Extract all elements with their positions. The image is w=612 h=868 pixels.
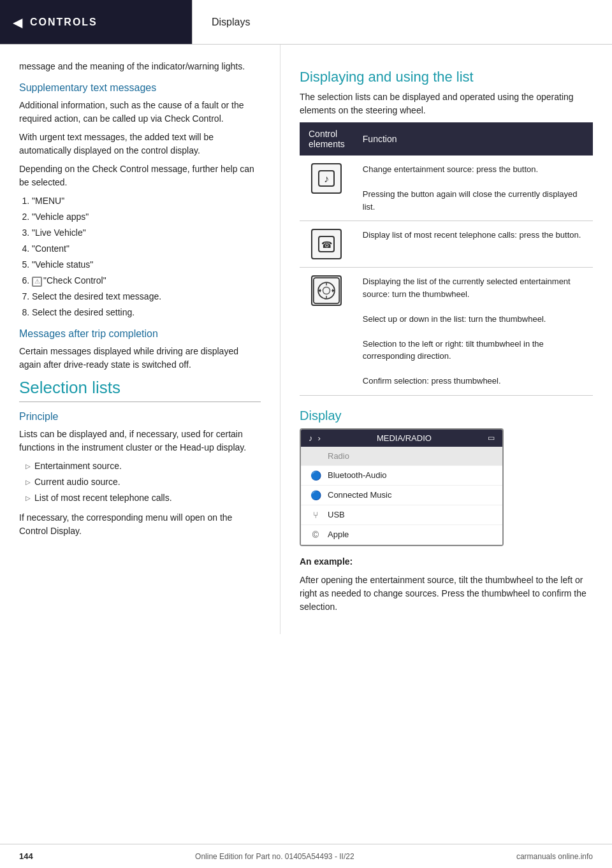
right-column: Displaying and using the list The select… [280, 45, 612, 634]
step-7: Select the desired text message. [32, 290, 261, 303]
supplementary-heading: Supplementary text messages [19, 82, 261, 94]
edition-text: Online Edition for Part no. 01405A54493 … [195, 852, 354, 861]
phone-button-icon: ☎ [311, 229, 342, 259]
music-note-icon: ♪ [309, 433, 313, 443]
bluetooth-audio-label: Bluetooth-Audio [328, 470, 387, 480]
site-url: carmanuals online.info [516, 852, 593, 861]
left-column: message and the meaning of the indicator… [0, 45, 280, 634]
display-row-connected: 🔵 Connected Music [301, 486, 502, 505]
icon-cell-phone: ☎ [300, 221, 354, 268]
header-subtitle: Displays [212, 17, 250, 28]
main-content: message and the meaning of the indicator… [0, 45, 612, 666]
selection-lists-heading: Selection lists [19, 378, 261, 398]
connected-music-label: Connected Music [328, 490, 391, 500]
function-wheel: Displaying the list of the currently sel… [354, 268, 593, 396]
step-3: "Live Vehicle" [32, 226, 261, 240]
warning-icon: ⚠ [32, 277, 42, 287]
bullet-2: Current audio source. [26, 475, 261, 489]
table-row: ☎ Display list of most recent telephone … [300, 221, 593, 268]
header-right: Displays [192, 0, 612, 44]
music-button-icon: ♪ [311, 163, 342, 194]
header-left: ◀ CONTROLS [0, 0, 192, 44]
example-label: An example: [300, 555, 593, 568]
table-body: ♪ Change entertainment source: press the… [300, 156, 593, 395]
function-phone: Display list of most recent telephone ca… [354, 221, 593, 268]
page-header: ◀ CONTROLS Displays [0, 0, 612, 45]
svg-text:♪: ♪ [324, 173, 329, 184]
section-divider [19, 401, 261, 402]
display-row-bluetooth: 🔵 Bluetooth-Audio [301, 466, 502, 486]
apple-label: Apple [328, 530, 349, 539]
display-header-icons: ♪ › [309, 433, 321, 443]
step-8: Select the desired setting. [32, 306, 261, 319]
principle-heading: Principle [19, 411, 261, 423]
displaying-intro: The selection lists can be displayed and… [300, 90, 593, 117]
col-control-elements: Control elements [300, 122, 354, 156]
display-row-apple: © Apple [301, 525, 502, 545]
selection-footer-para: If necessary, the corresponding menu wil… [19, 511, 261, 538]
col-function: Function [354, 122, 593, 156]
screen-icon: ▭ [488, 433, 495, 442]
bullet-1: Entertainment source. [26, 459, 261, 473]
step-1: "MENU" [32, 194, 261, 208]
bullets-list: Entertainment source. Current audio sour… [26, 459, 261, 505]
display-section-heading: Display [300, 409, 593, 423]
principle-para: Lists can be displayed and, if necessary… [19, 428, 261, 454]
apple-icon: © [310, 530, 321, 540]
page-footer: 144 Online Edition for Part no. 01405A54… [0, 844, 612, 868]
step-4: "Content" [32, 242, 261, 256]
supp-para2: With urgent text messages, the added tex… [19, 131, 261, 157]
display-row-radio: Radio [301, 447, 502, 466]
step-2: "Vehicle apps" [32, 210, 261, 224]
function-music: Change entertainment source: press the b… [354, 156, 593, 221]
svg-text:☎: ☎ [321, 240, 332, 250]
display-header: ♪ › MEDIA/RADIO ▭ [301, 430, 502, 447]
icon-cell-wheel [300, 268, 354, 396]
table-row: Displaying the list of the currently sel… [300, 268, 593, 396]
display-mockup: ♪ › MEDIA/RADIO ▭ Radio 🔵 Bluetooth-Audi… [300, 428, 504, 546]
icon-cell-music: ♪ [300, 156, 354, 221]
messages-after-trip-heading: Messages after trip completion [19, 328, 261, 340]
usb-label: USB [328, 510, 345, 519]
control-table: Control elements Function ♪ [300, 122, 593, 396]
media-radio-label: MEDIA/RADIO [377, 433, 432, 443]
bullet-3: List of most recent telephone calls. [26, 491, 261, 505]
intro-text: message and the meaning of the indicator… [19, 60, 261, 73]
thumbwheel-icon [311, 275, 342, 306]
display-row-usb: ⑂ USB [301, 505, 502, 525]
step-6: ⚠"Check Control" [32, 274, 261, 287]
steps-list: "MENU" "Vehicle apps" "Live Vehicle" "Co… [32, 194, 261, 319]
chevron-right-icon: › [318, 433, 321, 443]
header-title: CONTROLS [30, 17, 98, 28]
radio-label: Radio [328, 451, 349, 461]
page-number: 144 [19, 851, 33, 861]
table-header-row: Control elements Function [300, 122, 593, 156]
bluetooth-icon: 🔵 [310, 470, 321, 481]
svg-rect-4 [314, 278, 339, 303]
example-text: After opening the entertainment source, … [300, 574, 593, 614]
displaying-heading: Displaying and using the list [300, 69, 593, 85]
back-icon[interactable]: ◀ [13, 15, 22, 30]
step-5: "Vehicle status" [32, 258, 261, 271]
usb-icon: ⑂ [310, 510, 321, 520]
connected-music-icon: 🔵 [310, 490, 321, 500]
supp-para1: Additional information, such as the caus… [19, 99, 261, 126]
table-row: ♪ Change entertainment source: press the… [300, 156, 593, 221]
supp-para3: Depending on the Check Control message, … [19, 163, 261, 189]
messages-after-trip-para: Certain messages displayed while driving… [19, 345, 261, 372]
